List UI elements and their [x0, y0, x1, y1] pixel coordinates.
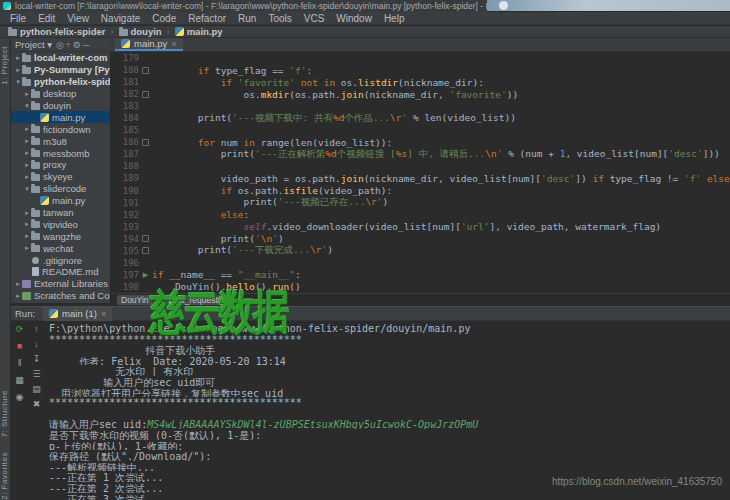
code-line[interactable]: 184 print('---视频下载中: 共有%d个作品...\r' % len…	[111, 112, 730, 124]
tree-collapsed-icon[interactable]: ▸	[23, 90, 31, 98]
clear-icon[interactable]: ✖	[33, 399, 41, 409]
tool-button-structure[interactable]: 7: Structure	[0, 390, 11, 437]
code-line[interactable]: 198 DouYin().hello().run()	[111, 281, 730, 293]
tree-item[interactable]: ▾python-felix-spiderF:\lar	[11, 76, 110, 88]
stop-icon[interactable]: ■	[17, 341, 22, 351]
code-line[interactable]: 194 print('\n')	[111, 233, 730, 245]
breadcrumb-item[interactable]: main.py	[175, 26, 223, 37]
run-line-icon[interactable]: ▶	[139, 271, 152, 279]
tree-item[interactable]: ▸desktop	[11, 88, 110, 100]
tree-item[interactable]: main.py	[11, 111, 110, 123]
tree-collapsed-icon[interactable]: ▸	[14, 54, 22, 62]
tree-collapsed-icon[interactable]: ▸	[23, 125, 31, 133]
fold-icon[interactable]	[142, 139, 149, 146]
menu-item-refactor[interactable]: Refactor	[182, 13, 232, 24]
tree-item[interactable]: ▸Scratches and Consoles	[11, 290, 110, 302]
code-line[interactable]: 185	[111, 124, 730, 136]
tree-collapsed-icon[interactable]: ▸	[14, 292, 22, 300]
pause-output-icon[interactable]: ‖	[18, 358, 22, 368]
fold-icon[interactable]	[142, 67, 149, 74]
breadcrumb-item[interactable]: python-felix-spider	[8, 26, 106, 37]
collapse-all-icon[interactable]: ÷	[65, 40, 72, 50]
tree-item[interactable]: ▾douyin	[11, 100, 110, 112]
tree-collapsed-icon[interactable]: ▸	[23, 173, 31, 181]
fold-icon[interactable]	[142, 247, 149, 254]
code-line[interactable]: 181 if 'favorite' not in os.listdir(nick…	[111, 76, 730, 88]
tree-item[interactable]: ▸tanwan	[11, 207, 110, 219]
project-tree[interactable]: ▸local-writer-comF:\larago▸Py-Summary [P…	[11, 52, 111, 303]
run-tab-main[interactable]: main (1) ×	[43, 307, 112, 321]
tree-expanded-icon[interactable]: ▾	[23, 185, 31, 193]
code-line[interactable]: 186 for num in range(len(video_list)):	[111, 136, 730, 148]
tree-item[interactable]: ▾slidercode	[11, 183, 110, 195]
tree-collapsed-icon[interactable]: ▸	[14, 280, 22, 288]
tree-item[interactable]: ▸skyeye	[11, 171, 110, 183]
tree-item[interactable]: README.md	[11, 266, 110, 278]
hide-icon[interactable]: ─	[82, 40, 90, 50]
menu-item-vcs[interactable]: VCS	[298, 13, 331, 24]
code-line[interactable]: 179	[111, 52, 730, 64]
breadcrumb-class[interactable]: DouYin	[117, 295, 153, 305]
tree-collapsed-icon[interactable]: ▸	[23, 161, 31, 169]
tree-collapsed-icon[interactable]: ▸	[23, 137, 31, 145]
soft-wrap-icon[interactable]: ☰	[32, 369, 40, 379]
tree-collapsed-icon[interactable]: ▸	[23, 149, 31, 157]
rerun-icon[interactable]: ⟳	[16, 324, 24, 334]
menu-item-file[interactable]: File	[4, 13, 32, 24]
code-line[interactable]: 183	[111, 100, 730, 112]
close-tab-icon[interactable]: ×	[171, 39, 176, 49]
up-stack-icon[interactable]: ↑	[34, 324, 39, 334]
project-panel-title[interactable]: Project ▾	[15, 39, 52, 50]
print-icon[interactable]: ▤	[32, 384, 41, 394]
menu-item-navigate[interactable]: Navigate	[95, 13, 146, 24]
tool-button-project[interactable]: 1: Project	[0, 46, 11, 85]
tree-item[interactable]: ▸m3u8	[11, 135, 110, 147]
code-line[interactable]: 192 else:	[111, 209, 730, 221]
tree-item[interactable]: ▸External Libraries	[11, 278, 110, 290]
code-line[interactable]: 193 self.video_downloader(video_list[num…	[111, 221, 730, 233]
tree-item[interactable]: ▸local-writer-comF:\larago	[11, 52, 110, 64]
tree-collapsed-icon[interactable]: ▸	[23, 232, 31, 240]
tree-expanded-icon[interactable]: ▾	[23, 102, 31, 110]
menu-item-code[interactable]: Code	[146, 13, 182, 24]
tree-item[interactable]: ▸fictiondown	[11, 123, 110, 135]
close-run-tab-icon[interactable]: ×	[101, 309, 106, 319]
tree-collapsed-icon[interactable]: ▸	[23, 220, 31, 228]
code-line[interactable]: 196	[111, 257, 730, 269]
scroll-to-end-icon[interactable]: ↧	[33, 354, 41, 364]
tree-item[interactable]: ▸messbomb	[11, 147, 110, 159]
tree-expanded-icon[interactable]: ▾	[14, 78, 22, 86]
fold-icon[interactable]	[142, 235, 149, 242]
code-line[interactable]: 188	[111, 160, 730, 172]
tree-item[interactable]: main.py	[11, 195, 110, 207]
tree-collapsed-icon[interactable]: ▸	[23, 209, 31, 217]
menu-item-help[interactable]: Help	[378, 13, 411, 24]
tool-button-favorites[interactable]: 2: Favorites	[0, 452, 11, 500]
title-bar[interactable]: local-writer-com [F:\laragon\www\local-w…	[0, 0, 487, 12]
menu-item-window[interactable]: Window	[330, 13, 378, 24]
code-line[interactable]: 190 if os.path.isfile(video_path):	[111, 185, 730, 197]
breadcrumb-item[interactable]: douyin	[119, 26, 162, 37]
tree-item[interactable]: ▸Py-Summary [Python-Sum	[11, 64, 110, 76]
code-line[interactable]: 180 if type_flag == 'f':	[111, 64, 730, 76]
settings-icon[interactable]: ⚙	[72, 40, 82, 50]
console-output[interactable]: F:\python\python.exe F:/laragon/www/pyth…	[49, 323, 730, 500]
tab-main-py[interactable]: main.py ×	[115, 38, 183, 51]
restore-layout-icon[interactable]: ▦	[15, 375, 24, 385]
menu-item-edit[interactable]: Edit	[32, 13, 61, 24]
code-line[interactable]: 195 print('---下载完成...\r')	[111, 245, 730, 257]
menu-item-run[interactable]: Run	[232, 13, 262, 24]
tree-item[interactable]: .gitignore	[11, 254, 110, 266]
fold-icon[interactable]	[142, 91, 149, 98]
locate-icon[interactable]: ◎	[55, 40, 65, 50]
menu-item-tools[interactable]: Tools	[262, 13, 297, 24]
code-line[interactable]: 182 os.mkdir(os.path.join(nickname_dir, …	[111, 88, 730, 100]
code-line[interactable]: 187 print('---正在解析第%d个视频链接 [%s] 中, 请稍后..…	[111, 148, 730, 160]
breadcrumb-method[interactable]: post_request()	[165, 295, 228, 305]
code-line[interactable]: 191 print('---视频已存在...\r')	[111, 197, 730, 209]
tree-item[interactable]: ▸wangzhe	[11, 230, 110, 242]
code-editor[interactable]: 179180 if type_flag == 'f':181 if 'favor…	[111, 52, 730, 293]
tree-item[interactable]: ▸wechat	[11, 242, 110, 254]
run-arrow-icon[interactable]: ▶	[143, 271, 148, 279]
code-line[interactable]: 189 video_path = os.path.join(nickname_d…	[111, 172, 730, 184]
